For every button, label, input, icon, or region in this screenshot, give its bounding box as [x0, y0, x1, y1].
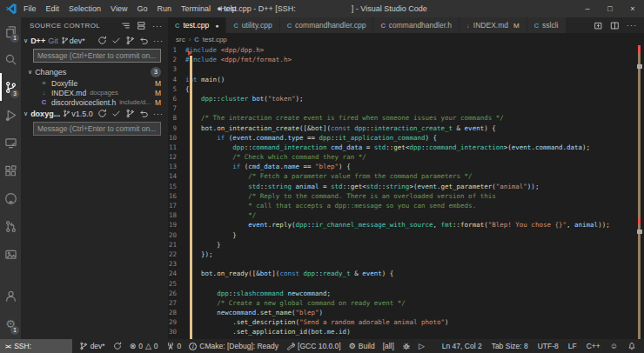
commit-message-input[interactable]: Message (Ctrl+Enter to commit on...: [33, 122, 161, 136]
code-line[interactable]: 16 /* Reply to the command. There is an …: [168, 191, 644, 201]
code-line[interactable]: 3: [168, 64, 644, 74]
menu-file[interactable]: File: [23, 4, 37, 13]
cmake-kit[interactable]: [GCC 10.0.0]: [286, 342, 341, 350]
close-button[interactable]: ×: [621, 0, 644, 17]
code-line[interactable]: 4int main(): [168, 75, 644, 84]
indentation-status[interactable]: Tab Size: 8: [492, 342, 528, 350]
code-line[interactable]: 13 if (cmd_data.name == "blep") {: [168, 162, 644, 171]
tab-sslcli[interactable]: Csslcli: [527, 17, 567, 33]
more-actions-icon[interactable]: ···: [152, 23, 163, 30]
cmake-target[interactable]: [all]: [383, 342, 394, 350]
activity-source-control-graph[interactable]: [0, 212, 21, 240]
code-line[interactable]: 17 * call that accepts a dpp::message so…: [168, 201, 644, 210]
menu-go[interactable]: Go: [137, 4, 147, 13]
code-line[interactable]: 19 event.reply(dpp::ir_channel_message_w…: [168, 220, 644, 230]
problems-status[interactable]: ⊗0 △0: [130, 342, 158, 350]
code-line[interactable]: 30 .set_application_id(bot.me.id): [168, 327, 644, 336]
minimize-button[interactable]: –: [576, 0, 599, 17]
code-line[interactable]: 9 bot.on_interaction_create([&bot](const…: [168, 123, 644, 133]
overview-ruler[interactable]: [638, 45, 641, 339]
breadcrumb-file[interactable]: test.cpp: [203, 36, 227, 43]
code-line[interactable]: 26 dpp::slashcommand newcommand;: [168, 289, 644, 298]
tab-commandhandler.h[interactable]: Ccommandhandler.h: [373, 17, 460, 33]
refresh-icon[interactable]: [139, 109, 149, 118]
breadcrumb-folder[interactable]: src: [176, 36, 185, 43]
sync-icon[interactable]: [97, 36, 107, 45]
cmake-debug-button[interactable]: [402, 342, 411, 350]
commit-check-icon[interactable]: [111, 36, 121, 45]
tab-utility.cpp[interactable]: Cutility.cpp: [226, 17, 279, 33]
branch-action-icon[interactable]: [125, 109, 135, 118]
menu-view[interactable]: View: [111, 4, 127, 13]
changed-file-row[interactable]: ≡DoxyfileM: [21, 78, 168, 88]
menu-edit[interactable]: Edit: [46, 4, 60, 13]
code-line[interactable]: 6 dpp::cluster bot("token");: [168, 94, 644, 103]
repo-header-dpp[interactable]: ∨ D++ Git dev* ···: [21, 34, 168, 47]
sync-status[interactable]: [113, 342, 122, 350]
eol-status[interactable]: LF: [568, 342, 577, 350]
open-changes-icon[interactable]: [594, 21, 603, 30]
code-line[interactable]: 28 newcommand.set_name("blep"): [168, 308, 644, 317]
activity-extensions[interactable]: [0, 157, 21, 184]
commit-message-input[interactable]: Message (Ctrl+Enter to commit on...: [33, 49, 161, 63]
encoding-status[interactable]: UTF-8: [538, 342, 559, 350]
notifications-button[interactable]: [627, 342, 636, 350]
cmake-build-button[interactable]: ⚙ Build: [349, 342, 375, 350]
changed-file-row[interactable]: Cdiscordvoiceclient.hinclude/d...M: [21, 97, 168, 107]
menu-selection[interactable]: Selection: [69, 4, 101, 13]
editor-more-actions-icon[interactable]: ···: [627, 22, 637, 29]
maximize-button[interactable]: □: [599, 0, 621, 17]
code-line[interactable]: 12 /* Check which command they ran */: [168, 152, 644, 162]
code-line[interactable]: 21 }: [168, 240, 644, 250]
tab-INDEX.md[interactable]: ↓INDEX.mdM: [460, 17, 527, 33]
repo-more-icon[interactable]: ···: [153, 110, 164, 117]
repositories-icon[interactable]: [137, 21, 146, 30]
branch-status[interactable]: dev*: [79, 342, 105, 350]
repo-more-icon[interactable]: ···: [153, 37, 164, 44]
activity-explorer[interactable]: 1: [0, 17, 21, 45]
branch-action-icon[interactable]: [125, 36, 135, 45]
tab-test.cpp[interactable]: Ctest.cpp●: [168, 17, 226, 33]
view-as-tree-icon[interactable]: [121, 21, 131, 30]
changed-file-row[interactable]: ↓INDEX.mddocpagesM: [21, 88, 168, 97]
code-editor[interactable]: 1#include <dpp/dpp.h>2#include <dpp/fmt/…: [168, 45, 644, 339]
ports-status[interactable]: 0: [166, 342, 182, 350]
sync-icon[interactable]: [97, 109, 107, 118]
activity-run-debug[interactable]: [0, 101, 21, 129]
code-line[interactable]: 15 std::string animal = std::get<std::st…: [168, 182, 644, 191]
language-mode[interactable]: C++: [587, 342, 600, 350]
breadcrumb[interactable]: src › C test.cpp: [168, 33, 644, 45]
split-editor-icon[interactable]: [610, 21, 620, 30]
code-line[interactable]: 25: [168, 279, 644, 289]
remote-indicator[interactable]: >< SSH:: [0, 339, 72, 353]
activity-source-control[interactable]: 3: [0, 73, 21, 101]
cursor-position[interactable]: Ln 47, Col 2: [442, 342, 482, 350]
code-line[interactable]: 23: [168, 259, 644, 269]
code-line[interactable]: 18 */: [168, 210, 644, 220]
activity-account[interactable]: [0, 282, 21, 310]
commit-check-icon[interactable]: [111, 109, 121, 118]
code-line[interactable]: 8 /* The interaction create event is fir…: [168, 113, 644, 123]
activity-remote-explorer[interactable]: [0, 129, 21, 157]
tab-commandhandler.cpp[interactable]: Ccommandhandler.cpp: [280, 17, 374, 33]
code-line[interactable]: 24 bot.on_ready([&bot](const dpp::ready_…: [168, 269, 644, 278]
code-line[interactable]: 27 /* Create a new global command on rea…: [168, 298, 644, 308]
code-line[interactable]: 29 .set_description("Send a random adora…: [168, 317, 644, 327]
refresh-icon[interactable]: [139, 36, 149, 45]
repo-header-doxygen[interactable]: ∨ doxyg... v1.5.0 ···: [21, 107, 168, 120]
code-line[interactable]: 10 if (event.command.type == dpp::it_app…: [168, 133, 644, 143]
feedback-button[interactable]: ☺: [610, 343, 618, 350]
menu-terminal[interactable]: Terminal: [181, 4, 211, 13]
code-line[interactable]: 11 dpp::command_interaction cmd_data = s…: [168, 143, 644, 152]
code-line[interactable]: 5{: [168, 84, 644, 94]
dirty-indicator-icon[interactable]: ●: [215, 23, 218, 29]
activity-search[interactable]: [0, 45, 21, 73]
activity-github[interactable]: [0, 184, 21, 212]
activity-settings[interactable]: ⚙1: [0, 310, 21, 337]
code-line[interactable]: 14 /* Fetch a parameter value from the c…: [168, 171, 644, 181]
cmake-launch-button[interactable]: ▷: [419, 343, 425, 350]
code-line[interactable]: 20 }: [168, 230, 644, 240]
code-line[interactable]: 2#include <dpp/fmt/format.h>: [168, 55, 644, 64]
code-line[interactable]: 1#include <dpp/dpp.h>: [168, 45, 644, 55]
menu-run[interactable]: Run: [157, 4, 171, 13]
